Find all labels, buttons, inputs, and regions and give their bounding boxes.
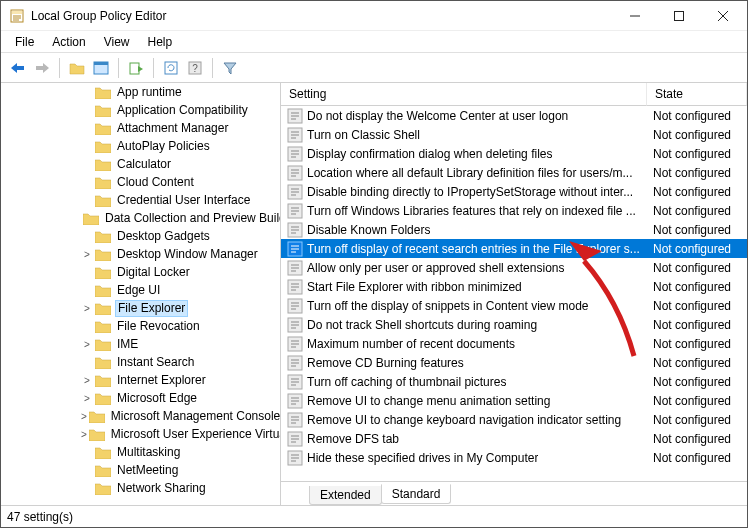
setting-state: Not configured: [647, 147, 747, 161]
list-scroll[interactable]: Setting State Do not display the Welcome…: [281, 83, 747, 481]
toolbar-separator: [118, 58, 119, 78]
twisty-icon[interactable]: >: [81, 303, 93, 314]
list-row[interactable]: Start File Explorer with ribbon minimize…: [281, 277, 747, 296]
header-setting[interactable]: Setting: [281, 83, 647, 106]
tree-item-label: Digital Locker: [115, 265, 192, 279]
tree-item[interactable]: >Microsoft User Experience Virtualizatio…: [1, 425, 280, 443]
menu-help[interactable]: Help: [140, 33, 181, 51]
toolbar-refresh-icon[interactable]: [160, 57, 182, 79]
toolbar-folder-icon[interactable]: [66, 57, 88, 79]
list-row[interactable]: Turn off Windows Libraries features that…: [281, 201, 747, 220]
list-row[interactable]: Disable Known FoldersNot configured: [281, 220, 747, 239]
twisty-icon[interactable]: >: [81, 375, 93, 386]
tree-item[interactable]: >Desktop Window Manager: [1, 245, 280, 263]
twisty-icon[interactable]: >: [81, 429, 87, 440]
tree-item[interactable]: Multitasking: [1, 443, 280, 461]
list-row[interactable]: Turn on Classic ShellNot configured: [281, 125, 747, 144]
maximize-button[interactable]: [657, 2, 701, 30]
tree-item[interactable]: >File Explorer: [1, 299, 280, 317]
svg-rect-14: [94, 62, 108, 65]
toolbar-properties-icon[interactable]: [90, 57, 112, 79]
tree-item-label: File Revocation: [115, 319, 202, 333]
tree-item[interactable]: Credential User Interface: [1, 191, 280, 209]
list-row[interactable]: Allow only per user or approved shell ex…: [281, 258, 747, 277]
toolbar-export-icon[interactable]: [125, 57, 147, 79]
list-row[interactable]: Turn off caching of thumbnail picturesNo…: [281, 372, 747, 391]
tree-item[interactable]: Data Collection and Preview Builds: [1, 209, 280, 227]
forward-button[interactable]: [31, 57, 53, 79]
list-row[interactable]: Maximum number of recent documentsNot co…: [281, 334, 747, 353]
list-row[interactable]: Do not track Shell shortcuts during roam…: [281, 315, 747, 334]
tree-item[interactable]: Instant Search: [1, 353, 280, 371]
tree-item-label: File Explorer: [115, 300, 188, 317]
tree-item[interactable]: Attachment Manager: [1, 119, 280, 137]
back-button[interactable]: [7, 57, 29, 79]
titlebar: Local Group Policy Editor: [1, 1, 747, 31]
twisty-icon[interactable]: >: [81, 249, 93, 260]
tree-item[interactable]: Digital Locker: [1, 263, 280, 281]
setting-state: Not configured: [647, 128, 747, 142]
tree-item[interactable]: App runtime: [1, 83, 280, 101]
tree-item[interactable]: Cloud Content: [1, 173, 280, 191]
list-row[interactable]: Remove UI to change keyboard navigation …: [281, 410, 747, 429]
svg-rect-17: [165, 62, 177, 74]
list-row[interactable]: Remove CD Burning featuresNot configured: [281, 353, 747, 372]
tree-item[interactable]: Network Sharing: [1, 479, 280, 497]
tree-item[interactable]: AutoPlay Policies: [1, 137, 280, 155]
tab-strip: Extended Standard: [281, 481, 747, 505]
close-button[interactable]: [701, 2, 745, 30]
tree-scroll[interactable]: App runtimeApplication CompatibilityAtta…: [1, 83, 280, 505]
toolbar-separator: [212, 58, 213, 78]
tab-standard[interactable]: Standard: [381, 484, 452, 504]
twisty-icon[interactable]: >: [81, 339, 93, 350]
setting-name: Turn off the display of snippets in Cont…: [307, 299, 589, 313]
setting-state: Not configured: [647, 413, 747, 427]
twisty-icon[interactable]: >: [81, 393, 93, 404]
toolbar-filter-icon[interactable]: [219, 57, 241, 79]
list-row[interactable]: Remove UI to change menu animation setti…: [281, 391, 747, 410]
header-state[interactable]: State: [647, 83, 747, 106]
setting-name: Remove CD Burning features: [307, 356, 464, 370]
tree-item-label: Calculator: [115, 157, 173, 171]
minimize-button[interactable]: [613, 2, 657, 30]
listview-header: Setting State: [281, 83, 747, 106]
toolbar-help-icon[interactable]: ?: [184, 57, 206, 79]
statusbar: 47 setting(s): [1, 505, 747, 527]
tab-extended[interactable]: Extended: [309, 486, 382, 505]
list-pane: Setting State Do not display the Welcome…: [281, 83, 747, 505]
twisty-icon[interactable]: >: [81, 411, 87, 422]
tree-item[interactable]: File Revocation: [1, 317, 280, 335]
tree-item[interactable]: >Microsoft Management Console: [1, 407, 280, 425]
tree-item[interactable]: >Microsoft Edge: [1, 389, 280, 407]
tree-item[interactable]: >IME: [1, 335, 280, 353]
window-title: Local Group Policy Editor: [31, 9, 613, 23]
list-row[interactable]: Remove DFS tabNot configured: [281, 429, 747, 448]
tree-item[interactable]: Desktop Gadgets: [1, 227, 280, 245]
setting-state: Not configured: [647, 280, 747, 294]
menu-action[interactable]: Action: [44, 33, 93, 51]
tree-item-label: Cloud Content: [115, 175, 196, 189]
setting-name: Turn off caching of thumbnail pictures: [307, 375, 506, 389]
setting-state: Not configured: [647, 451, 747, 465]
menu-file[interactable]: File: [7, 33, 42, 51]
tree-item[interactable]: Calculator: [1, 155, 280, 173]
tree-item[interactable]: Edge UI: [1, 281, 280, 299]
tree-item[interactable]: >Internet Explorer: [1, 371, 280, 389]
list-row[interactable]: Hide these specified drives in My Comput…: [281, 448, 747, 467]
tree-item[interactable]: Application Compatibility: [1, 101, 280, 119]
tree-item-label: Attachment Manager: [115, 121, 230, 135]
list-row[interactable]: Display confirmation dialog when deletin…: [281, 144, 747, 163]
svg-rect-10: [17, 66, 24, 70]
list-row[interactable]: Turn off the display of snippets in Cont…: [281, 296, 747, 315]
window: Local Group Policy Editor File Action Vi…: [0, 0, 748, 528]
list-row[interactable]: Do not display the Welcome Center at use…: [281, 106, 747, 125]
setting-name: Turn on Classic Shell: [307, 128, 420, 142]
list-row[interactable]: Turn off display of recent search entrie…: [281, 239, 747, 258]
list-row[interactable]: Disable binding directly to IPropertySet…: [281, 182, 747, 201]
setting-state: Not configured: [647, 204, 747, 218]
setting-state: Not configured: [647, 432, 747, 446]
list-row[interactable]: Location where all default Library defin…: [281, 163, 747, 182]
tree-item[interactable]: NetMeeting: [1, 461, 280, 479]
setting-name: Do not track Shell shortcuts during roam…: [307, 318, 537, 332]
menu-view[interactable]: View: [96, 33, 138, 51]
